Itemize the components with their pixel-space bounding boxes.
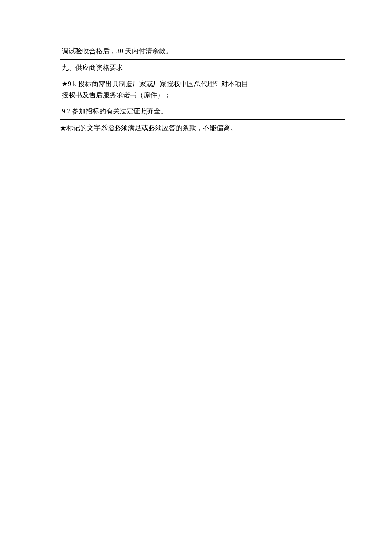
cell-right [254, 43, 345, 60]
cell-right [254, 59, 345, 76]
table-row: 九、供应商资格要求 [60, 59, 345, 76]
cell-right [254, 103, 345, 120]
requirements-table: 调试验收合格后，30 天内付清余款。 九、供应商资格要求 ★9.k 投标商需出具… [60, 43, 345, 120]
table-row: 调试验收合格后，30 天内付清余款。 [60, 43, 345, 60]
cell-left: 九、供应商资格要求 [60, 59, 254, 76]
cell-left: 调试验收合格后，30 天内付清余款。 [60, 43, 254, 60]
footnote-text: ★标记的文字系指必须满足或必须应答的条款，不能偏离。 [60, 122, 345, 134]
table-row: ★9.k 投标商需出具制造厂家或厂家授权中国总代理针对本项目授权书及售后服务承诺… [60, 76, 345, 103]
table-row: 9.2 参加招标的有关法定证照齐全。 [60, 103, 345, 120]
cell-left: 9.2 参加招标的有关法定证照齐全。 [60, 103, 254, 120]
cell-right [254, 76, 345, 103]
cell-left: ★9.k 投标商需出具制造厂家或厂家授权中国总代理针对本项目授权书及售后服务承诺… [60, 76, 254, 103]
